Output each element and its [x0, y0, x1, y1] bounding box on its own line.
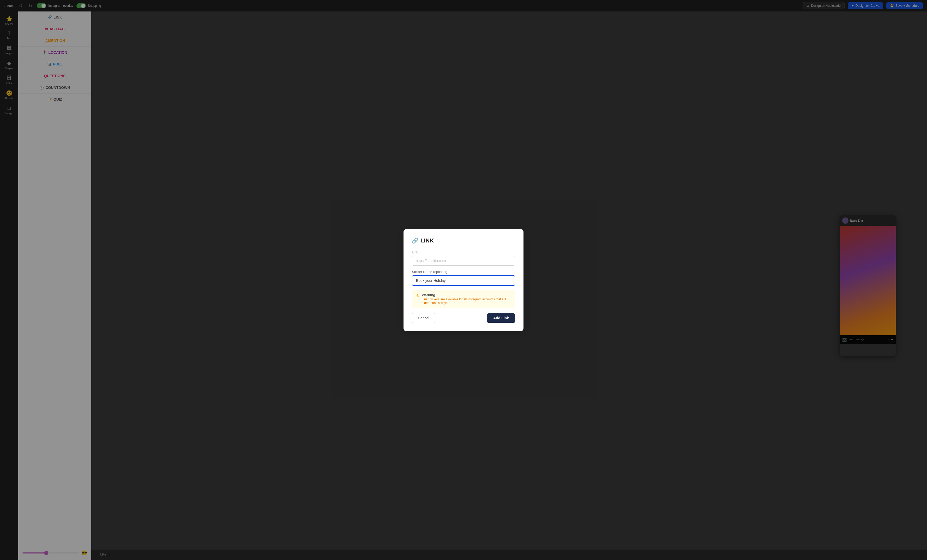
link-modal: 🔗 LINK Link Sticker Name (optional) ⚠ Wa… — [404, 229, 464, 280]
modal-link-icon: 🔗 — [412, 238, 418, 244]
modal-link-field-label: Link — [412, 250, 464, 254]
modal-sticker-name-label: Sticker Name (optional) — [412, 270, 464, 274]
modal-title: 🔗 LINK — [412, 237, 464, 244]
modal-sticker-name-input[interactable] — [412, 275, 464, 280]
modal-link-input[interactable] — [412, 256, 464, 266]
modal-title-text: LINK — [421, 237, 434, 244]
modal-overlay: 🔗 LINK Link Sticker Name (optional) ⚠ Wa… — [0, 0, 464, 280]
